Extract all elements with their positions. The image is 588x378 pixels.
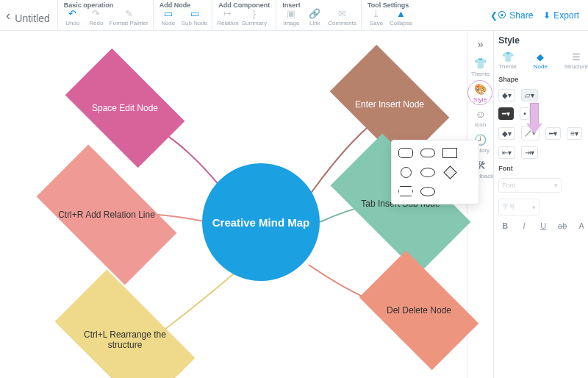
tool-undo[interactable]: ↶Undo: [62, 9, 83, 26]
shape-pill[interactable]: [420, 146, 436, 160]
panel-tab-node[interactable]: ◆Node: [534, 51, 548, 70]
comments-icon: ✉: [337, 9, 348, 19]
structure-tab-label: Structure: [564, 63, 588, 70]
link-icon: 🔗: [309, 9, 320, 19]
mindmap-canvas[interactable]: Creative Mind Map Space Edit Node Ctrl+R…: [0, 31, 467, 378]
export-button[interactable]: ⬇Export: [543, 10, 579, 21]
font-family-select[interactable]: Font▾: [498, 178, 562, 193]
structure-tab-icon: ☰: [572, 51, 581, 63]
document-title[interactable]: Untitled: [15, 7, 49, 24]
group-tool-label: Tool Settings: [366, 0, 412, 9]
shape-ellipse[interactable]: [420, 165, 436, 179]
node-add-relation-label: Ctrl+R Add Relation Line: [49, 210, 165, 220]
node-enter-insert-label: Enter Insert Node: [343, 99, 437, 110]
theme-icon: 👕: [474, 57, 487, 69]
collapse-icon: ▲: [395, 9, 407, 19]
font-size-select[interactable]: 字号▾: [498, 199, 539, 215]
underline-button[interactable]: U: [537, 221, 550, 230]
shape-rounded-rect[interactable]: [398, 146, 414, 160]
back-area: ‹ Untitled: [6, 7, 50, 24]
branch-row: ◆▾ ／▾ ━▾ ≡▾: [498, 126, 588, 140]
bold-button[interactable]: B: [498, 221, 512, 230]
comments-label: Comments: [328, 20, 356, 26]
layout-left[interactable]: ⇤▾: [498, 146, 515, 159]
sidebar-item-icon[interactable]: ☺Icon: [467, 105, 493, 131]
tool-node[interactable]: ▭Node: [158, 9, 179, 26]
format-icon: ✎: [123, 9, 135, 19]
export-icon: ⬇: [543, 10, 551, 21]
collapse-sidebar-icon[interactable]: »: [475, 35, 487, 53]
node-add-relation[interactable]: Ctrl+R Add Relation Line: [37, 145, 177, 285]
save-label: Save: [370, 20, 383, 26]
tool-redo[interactable]: ↷Redo: [86, 9, 107, 26]
sidebar-item-style[interactable]: 🎨Style: [467, 80, 492, 105]
summary-icon: }: [248, 9, 260, 19]
branch-align[interactable]: ≡▾: [567, 127, 582, 140]
sidebar-theme-label: Theme: [471, 71, 490, 77]
group-insert: Insert ▣Image🔗Link✉Comments: [276, 0, 361, 31]
center-node[interactable]: Creative Mind Map: [202, 163, 320, 281]
subnode-icon: ▭: [189, 9, 201, 19]
shape-diamond[interactable]: [442, 165, 458, 179]
line-color[interactable]: ━▾: [498, 107, 514, 120]
group-basic-label: Basic operation: [62, 0, 148, 9]
group-addnode: Add Node ▭Node▭Sub Node: [153, 0, 212, 31]
back-icon[interactable]: ‹: [6, 7, 10, 24]
save-icon: ⤓: [370, 9, 382, 19]
sidebar-item-theme[interactable]: 👕Theme: [467, 54, 493, 80]
node-rearrange[interactable]: Ctrl+L Rearrange the structure: [55, 270, 196, 378]
tool-comments[interactable]: ✉Comments: [328, 9, 356, 26]
sidebar-style-label: Style: [473, 96, 487, 103]
panel-tab-theme[interactable]: 👕Theme: [498, 51, 517, 70]
shape-bread[interactable]: [420, 185, 436, 198]
image-icon: ▣: [285, 9, 297, 19]
layout-right[interactable]: ⇥▾: [521, 146, 538, 159]
branch-weight[interactable]: ━▾: [545, 127, 561, 140]
shape-row: ◆▾ ▱▾: [498, 89, 588, 101]
tool-collapse[interactable]: ▲Collapse: [390, 9, 412, 26]
theme-tab-icon: 👕: [502, 51, 514, 63]
group-addcomp-label: Add Component: [217, 0, 271, 9]
node-icon: ▭: [162, 9, 174, 19]
image-label: Image: [283, 20, 299, 26]
node-rearrange-label: Ctrl+L Rearrange the structure: [67, 329, 183, 350]
arrow-callout: [526, 103, 542, 134]
line-row: ━▾ •: [498, 107, 588, 120]
relation-icon: ↦: [222, 9, 234, 19]
font-row1: Font▾: [498, 178, 588, 193]
shape-rect[interactable]: [442, 146, 458, 160]
group-addcomp: Add Component ↦Relation}Summary: [212, 0, 276, 31]
tool-link[interactable]: 🔗Link: [304, 9, 325, 26]
icon-icon: ☺: [475, 108, 485, 120]
node-label: Node: [161, 20, 175, 26]
font-color-button[interactable]: A: [575, 221, 588, 230]
share-button[interactable]: ❮⦿Share: [490, 10, 533, 21]
redo-icon: ↷: [90, 9, 102, 19]
tool-save[interactable]: ⤓Save: [366, 9, 387, 26]
tool-summary[interactable]: }Summary: [242, 9, 267, 26]
shape-circle[interactable]: [398, 165, 414, 179]
shape-picker-button[interactable]: ▱▾: [521, 89, 538, 101]
right-column: » 👕Theme🎨Style☺Icon🕘History🛠Feedback Sty…: [467, 31, 588, 378]
panel-tab-structure[interactable]: ☰Structure: [564, 51, 588, 70]
font-row2: 字号▾: [498, 199, 588, 215]
tool-image[interactable]: ▣Image: [281, 9, 301, 26]
font-family-placeholder: Font: [502, 182, 515, 189]
node-delete[interactable]: Del Delete Node: [359, 251, 479, 371]
panel-title: Style: [498, 35, 588, 46]
panel-tabs: 👕Theme◆Node☰Structure: [498, 51, 588, 70]
shape-hexagon[interactable]: [398, 185, 414, 198]
shape-popover: [391, 140, 479, 204]
font-style-row: B I U ab A: [498, 221, 588, 230]
branch-color[interactable]: ◆▾: [498, 127, 515, 140]
node-tab-icon: ◆: [537, 51, 544, 63]
style-icon: 🎨: [474, 83, 487, 95]
tool-subnode[interactable]: ▭Sub Node: [182, 9, 208, 26]
strike-button[interactable]: ab: [556, 221, 569, 230]
font-section-label: Font: [498, 165, 588, 172]
style-panel: Style 👕Theme◆Node☰Structure Shape ◆▾ ▱▾ …: [494, 31, 588, 378]
tool-relation[interactable]: ↦Relation: [217, 9, 238, 26]
tool-format[interactable]: ✎Format Painter: [110, 9, 148, 26]
italic-button[interactable]: I: [517, 221, 531, 230]
fill-picker[interactable]: ◆▾: [498, 89, 515, 101]
